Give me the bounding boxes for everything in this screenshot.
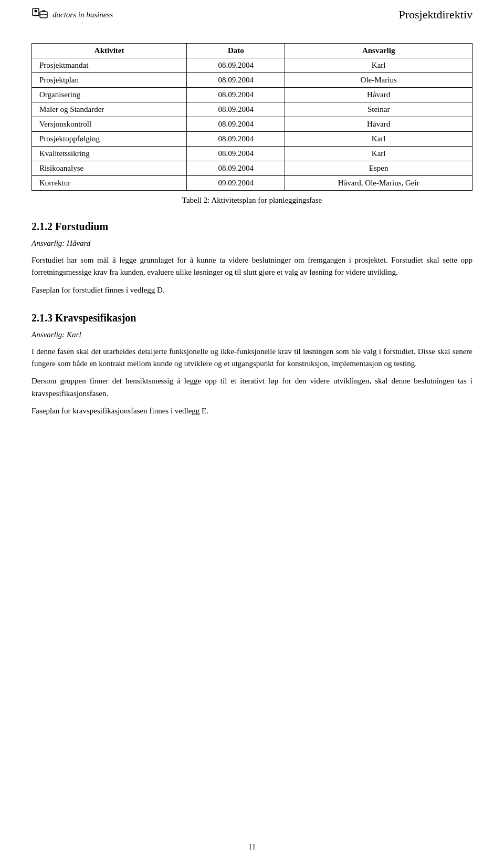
cell-ansvarlig: Håvard xyxy=(285,88,472,102)
cell-ansvarlig: Håvard xyxy=(285,117,472,132)
cell-ansvarlig: Karl xyxy=(285,147,472,161)
section-213: 2.1.3 Kravspesifikasjon Ansvarlig: Karl … xyxy=(32,312,472,417)
cell-ansvarlig: Håvard, Ole-Marius, Geir xyxy=(285,176,472,191)
logo-icon xyxy=(32,6,48,23)
cell-aktivitet: Versjonskontroll xyxy=(32,117,187,132)
page: doctors in business Prosjektdirektiv Akt… xyxy=(0,0,504,862)
page-footer: 11 xyxy=(0,843,504,851)
table-row: Prosjektplan08.09.2004Ole-Marius xyxy=(32,73,472,88)
cell-aktivitet: Prosjektmandat xyxy=(32,58,187,73)
cell-dato: 08.09.2004 xyxy=(187,58,285,73)
svg-point-6 xyxy=(35,10,37,13)
logo-text: doctors in business xyxy=(52,11,113,19)
cell-ansvarlig: Ole-Marius xyxy=(285,73,472,88)
cell-dato: 08.09.2004 xyxy=(187,161,285,176)
header: doctors in business Prosjektdirektiv xyxy=(32,0,472,27)
cell-dato: 08.09.2004 xyxy=(187,88,285,102)
page-number: 11 xyxy=(248,843,256,851)
cell-ansvarlig: Karl xyxy=(285,132,472,147)
cell-dato: 08.09.2004 xyxy=(187,117,285,132)
section-213-para-2: Faseplan for kravspesifikasjonsfasen fin… xyxy=(32,405,472,417)
table-row: Prosjektmandat08.09.2004Karl xyxy=(32,58,472,73)
table-row: Maler og Standarder08.09.2004Steinar xyxy=(32,102,472,117)
cell-dato: 08.09.2004 xyxy=(187,102,285,117)
cell-ansvarlig: Espen xyxy=(285,161,472,176)
cell-aktivitet: Organisering xyxy=(32,88,187,102)
cell-dato: 08.09.2004 xyxy=(187,73,285,88)
section-213-responsible: Ansvarlig: Karl xyxy=(32,330,472,339)
section-212-heading: 2.1.2 Forstudium xyxy=(32,221,472,233)
section-213-heading: 2.1.3 Kravspesifikasjon xyxy=(32,312,472,324)
activity-table: Aktivitet Dato Ansvarlig Prosjektmandat0… xyxy=(32,43,472,191)
section-213-para-0: I denne fasen skal det utarbeides detalj… xyxy=(32,346,472,370)
col-header-dato: Dato xyxy=(187,44,285,58)
cell-ansvarlig: Steinar xyxy=(285,102,472,117)
table-row: Risikoanalyse08.09.2004Espen xyxy=(32,161,472,176)
cell-dato: 09.09.2004 xyxy=(187,176,285,191)
cell-aktivitet: Korrektur xyxy=(32,176,187,191)
section-212-para-1: Faseplan for forstudiet finnes i vedlegg… xyxy=(32,284,472,296)
cell-dato: 08.09.2004 xyxy=(187,147,285,161)
section-212: 2.1.2 Forstudium Ansvarlig: Håvard Forst… xyxy=(32,221,472,296)
col-header-aktivitet: Aktivitet xyxy=(32,44,187,58)
cell-aktivitet: Maler og Standarder xyxy=(32,102,187,117)
table-row: Korrektur09.09.2004Håvard, Ole-Marius, G… xyxy=(32,176,472,191)
section-212-para-0: Forstudiet har som mål å legge grunnlage… xyxy=(32,254,472,279)
table-caption: Tabell 2: Aktivitetsplan for planlegging… xyxy=(32,196,472,205)
cell-dato: 08.09.2004 xyxy=(187,132,285,147)
cell-aktivitet: Kvalitetssikring xyxy=(32,147,187,161)
table-row: Organisering08.09.2004Håvard xyxy=(32,88,472,102)
section-213-para-1: Dersom gruppen finner det hensiktsmessig… xyxy=(32,375,472,400)
table-row: Versjonskontroll08.09.2004Håvard xyxy=(32,117,472,132)
header-title: Prosjektdirektiv xyxy=(398,8,472,22)
section-212-responsible: Ansvarlig: Håvard xyxy=(32,239,472,248)
cell-aktivitet: Prosjektplan xyxy=(32,73,187,88)
logo-area: doctors in business xyxy=(32,6,113,23)
cell-aktivitet: Prosjektoppfølging xyxy=(32,132,187,147)
col-header-ansvarlig: Ansvarlig xyxy=(285,44,472,58)
cell-ansvarlig: Karl xyxy=(285,58,472,73)
cell-aktivitet: Risikoanalyse xyxy=(32,161,187,176)
table-row: Prosjektoppfølging08.09.2004Karl xyxy=(32,132,472,147)
table-row: Kvalitetssikring08.09.2004Karl xyxy=(32,147,472,161)
